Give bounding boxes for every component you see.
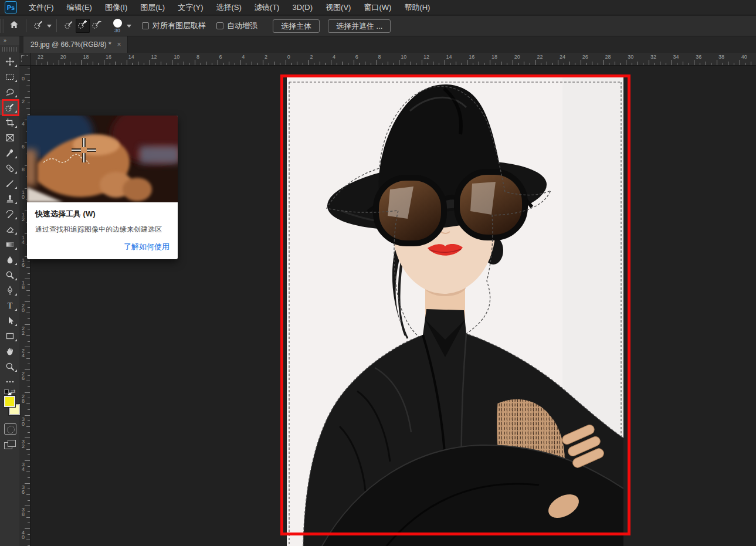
tool-spot-healing-brush[interactable] <box>0 161 19 176</box>
chevron-down-icon[interactable] <box>47 25 52 28</box>
tool-pen[interactable] <box>0 283 19 298</box>
menu-window[interactable]: 窗口(W) <box>357 0 398 15</box>
tool-preset-picker[interactable] <box>31 19 45 33</box>
svg-text:T: T <box>7 301 12 310</box>
tool-tooltip: 快速选择工具 (W) 通过查找和追踪图像中的边缘来创建选区 了解如何使用 <box>27 116 178 259</box>
move-icon <box>5 57 15 66</box>
auto-enhance-checkbox-group[interactable]: 自动增强 <box>216 21 257 31</box>
tool-eraser[interactable] <box>0 222 19 237</box>
home-button[interactable] <box>7 19 21 33</box>
stamp-icon <box>5 194 15 204</box>
tooltip-preview-image <box>27 116 178 202</box>
quick-selection-tool-icon <box>33 20 43 32</box>
menu-bar: Ps 文件(F) 编辑(E) 图像(I) 图层(L) 文字(Y) 选择(S) 滤… <box>0 0 756 15</box>
menu-view[interactable]: 视图(V) <box>319 0 357 15</box>
lasso-icon <box>5 87 15 97</box>
toolbar: » T ⇄ <box>0 36 19 546</box>
sample-all-layers-checkbox[interactable] <box>142 22 149 29</box>
tooltip-description: 通过查找和追踪图像中的边缘来创建选区 <box>35 225 169 235</box>
tool-blur[interactable] <box>0 252 19 267</box>
foreground-color-swatch[interactable] <box>4 396 15 407</box>
menu-select[interactable]: 选择(S) <box>209 0 248 15</box>
hand-icon <box>5 347 15 356</box>
menu-file[interactable]: 文件(F) <box>22 0 60 15</box>
type-icon: T <box>5 301 15 310</box>
options-bar-grip[interactable] <box>0 19 5 33</box>
eyedropper-icon <box>5 148 15 158</box>
tool-lasso[interactable] <box>0 84 19 100</box>
brush-size-picker[interactable]: 30 <box>110 19 125 33</box>
tool-rectangle-shape[interactable] <box>0 328 19 344</box>
tooltip-title: 快速选择工具 (W) <box>35 209 169 219</box>
history-brush-icon <box>5 209 15 219</box>
photoshop-logo: Ps <box>5 1 17 13</box>
add-to-selection-mode-button[interactable] <box>76 19 90 33</box>
rectangle-icon <box>5 331 15 341</box>
ellipsis-icon <box>5 377 15 386</box>
separator <box>26 19 26 32</box>
marquee-icon <box>5 72 15 82</box>
menu-3d[interactable]: 3D(D) <box>286 0 319 15</box>
gradient-icon <box>5 240 15 249</box>
swap-colors-icon[interactable]: ⇄ <box>11 388 15 395</box>
brush-icon <box>5 179 15 188</box>
tool-frame[interactable] <box>0 130 19 145</box>
double-chevron-right-icon: » <box>4 38 6 43</box>
tooltip-learn-link[interactable]: 了解如何使用 <box>35 242 169 252</box>
menu-help[interactable]: 帮助(H) <box>398 0 436 15</box>
quick-mask-mode-button[interactable] <box>4 423 16 435</box>
menu-type[interactable]: 文字(Y) <box>171 0 209 15</box>
eraser-icon <box>5 225 15 234</box>
sample-all-layers-checkbox-group[interactable]: 对所有图层取样 <box>142 21 206 31</box>
tool-brush[interactable] <box>0 176 19 191</box>
tool-type[interactable]: T <box>0 298 19 313</box>
select-subject-button[interactable]: 选择主体 <box>273 19 320 33</box>
crop-icon <box>5 118 15 127</box>
dodge-icon <box>5 270 15 280</box>
tool-options-bar: 30 对所有图层取样 自动增强 选择主体 选择并遮住 ... <box>0 16 756 36</box>
menu-edit[interactable]: 编辑(E) <box>60 0 99 15</box>
tool-gradient[interactable] <box>0 237 19 252</box>
photoshop-window: Ps 文件(F) 编辑(E) 图像(I) 图层(L) 文字(Y) 选择(S) 滤… <box>0 0 756 546</box>
tool-zoom[interactable] <box>0 359 19 374</box>
tool-eyedropper[interactable] <box>0 145 19 161</box>
close-icon[interactable]: × <box>117 41 121 48</box>
menu-filter[interactable]: 滤镜(T) <box>248 0 286 15</box>
tutorial-highlight-box <box>2 99 19 116</box>
sample-all-layers-label: 对所有图层取样 <box>152 21 206 31</box>
edit-toolbar-button[interactable] <box>0 374 19 389</box>
auto-enhance-checkbox[interactable] <box>216 22 223 29</box>
tool-hand[interactable] <box>0 344 19 359</box>
document-tab-title: 29.jpg @ 66.7%(RGB/8) * <box>30 40 111 49</box>
tool-crop[interactable] <box>0 115 19 130</box>
magnifier-icon <box>5 362 15 371</box>
subtract-from-selection-mode-button[interactable] <box>90 19 104 33</box>
subtract-from-selection-icon <box>91 19 102 32</box>
auto-enhance-label: 自动增强 <box>227 21 257 31</box>
chevron-down-icon[interactable] <box>127 25 131 28</box>
toolbar-grip[interactable] <box>2 47 17 52</box>
new-selection-icon <box>64 20 74 32</box>
ruler-origin-corner[interactable] <box>19 53 30 66</box>
tool-dodge[interactable] <box>0 267 19 283</box>
new-selection-mode-button[interactable] <box>62 19 76 33</box>
tool-rectangular-marquee[interactable] <box>0 69 19 84</box>
menu-layer[interactable]: 图层(L) <box>134 0 171 15</box>
document-tab[interactable]: 29.jpg @ 66.7%(RGB/8) * × <box>23 36 128 53</box>
highlight-rectangle <box>280 74 630 535</box>
tool-move[interactable] <box>0 54 19 69</box>
toolbar-expand-button[interactable]: » <box>0 36 19 45</box>
tool-history-brush[interactable] <box>0 206 19 222</box>
add-to-selection-icon <box>77 19 88 32</box>
screen-mode-button[interactable] <box>4 440 16 451</box>
bandage-icon <box>5 164 15 173</box>
separator <box>56 19 57 32</box>
menu-image[interactable]: 图像(I) <box>99 0 134 15</box>
horizontal-ruler[interactable]: 2220181614121086420246810121416182022242… <box>30 53 756 66</box>
brush-size-value: 30 <box>114 28 120 33</box>
water-drop-icon <box>5 255 15 264</box>
tool-path-selection[interactable] <box>0 313 19 328</box>
brush-preview-circle <box>113 19 122 28</box>
select-and-mask-button[interactable]: 选择并遮住 ... <box>328 19 391 33</box>
tool-clone-stamp[interactable] <box>0 191 19 206</box>
